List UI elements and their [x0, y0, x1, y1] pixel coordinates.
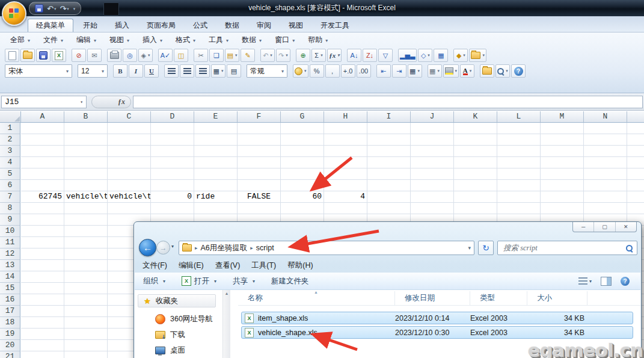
increase-decimal-button[interactable]: +.0 [341, 64, 355, 78]
cell-C7[interactable]: vehicle\t [108, 191, 150, 202]
borders-button[interactable]: ▦ [428, 64, 442, 78]
search-box[interactable] [497, 241, 637, 255]
autosum-button[interactable]: Σ [311, 49, 326, 62]
cell-H7[interactable]: 4 [324, 191, 367, 202]
merge-center-button[interactable]: ▦ [211, 64, 225, 78]
row-header[interactable]: 11 [0, 237, 20, 248]
underline-button[interactable]: U [144, 64, 159, 78]
spell-check-button[interactable]: A✓ [158, 49, 173, 62]
cell-B7[interactable]: vehicle\t [64, 191, 107, 202]
bold-button[interactable]: B [113, 64, 127, 78]
ribbon-tab[interactable]: 开始 [75, 19, 105, 32]
minimize-button[interactable]: ─ [573, 222, 594, 232]
classic-menu[interactable]: 编辑 [71, 34, 102, 46]
undo-toolbar-button[interactable]: ↶ [260, 49, 275, 62]
open-button[interactable] [20, 49, 35, 62]
column-header[interactable]: E [194, 111, 238, 122]
file-row-item-shape[interactable]: item_shape.xls 2023/12/10 0:14 Excel 200… [241, 312, 633, 324]
cell-G7[interactable]: 60 [281, 191, 324, 202]
explorer-help-icon[interactable] [621, 277, 630, 286]
column-header[interactable]: A [21, 111, 64, 122]
ribbon-tab[interactable]: 审阅 [249, 19, 279, 32]
save-button[interactable] [36, 49, 51, 62]
redo-icon[interactable]: ↷▾ [60, 5, 69, 13]
row-header[interactable]: 10 [0, 226, 20, 237]
file-row-vehicle-shape[interactable]: vehicle_shape.xls 2023/12/10 0:30 Excel … [241, 326, 633, 339]
italic-button[interactable]: I [129, 64, 143, 78]
classic-menu[interactable]: 窗口 [269, 34, 300, 46]
sidebar-item-desktop[interactable]: 桌面 [155, 344, 185, 357]
filter-button[interactable]: ▽ [378, 49, 393, 62]
name-box[interactable]: J15 ▾ [1, 96, 87, 108]
row-header[interactable]: 5 [0, 168, 20, 180]
explorer-menu[interactable]: 帮助(H) [287, 261, 313, 271]
ribbon-tab[interactable]: 公式 [185, 19, 215, 32]
breadcrumb-current[interactable]: script [256, 244, 274, 252]
search-input[interactable] [502, 243, 622, 253]
classic-menu[interactable]: 文件 [38, 34, 69, 46]
explorer-menu[interactable]: 编辑(E) [179, 261, 204, 271]
new-folder-button[interactable]: 新建文件夹 [271, 276, 309, 286]
row-header[interactable]: 19 [0, 329, 20, 340]
wrap-text-button[interactable]: ▤ [227, 64, 241, 78]
number-format-select[interactable]: 常规 [247, 64, 287, 78]
column-header[interactable]: B [64, 111, 108, 122]
print-preview-button[interactable]: ◎ [123, 49, 137, 62]
excel-export-button[interactable] [52, 49, 66, 62]
classic-menu[interactable]: 工具 [203, 34, 234, 46]
chart-button[interactable]: ▂▅▃ [398, 49, 417, 62]
organize-button[interactable]: 组织 [143, 276, 165, 286]
classic-menu[interactable]: 帮助 [302, 34, 333, 46]
row-header[interactable]: 18 [0, 317, 20, 329]
forward-button[interactable]: → [156, 241, 170, 255]
scroll-up-icon[interactable]: ▲ [225, 291, 229, 358]
comma-style-button[interactable]: , [325, 64, 340, 78]
search-icon[interactable] [626, 245, 633, 252]
column-header[interactable]: G [281, 111, 324, 122]
classic-menu[interactable]: 数据 [236, 34, 267, 46]
ribbon-tab[interactable]: 页面布局 [139, 19, 183, 32]
header-type[interactable]: 类型 [470, 291, 527, 305]
explorer-menu[interactable]: 工具(T) [251, 261, 276, 271]
increase-indent-button[interactable]: ⇥ [392, 64, 406, 78]
research-button[interactable]: ◫ [174, 49, 188, 62]
column-header[interactable]: J [411, 111, 454, 122]
row-header[interactable]: 7 [0, 191, 20, 203]
currency-button[interactable] [293, 64, 308, 78]
sidebar-item-360nav[interactable]: 360网址导航 [155, 312, 213, 326]
share-button[interactable]: 共享 [233, 276, 255, 286]
comment-button[interactable]: ◆ [453, 49, 468, 62]
recent-pages-dropdown-icon[interactable]: ▾ [171, 244, 174, 249]
column-header[interactable]: M [541, 111, 584, 122]
header-size[interactable]: 大小 [527, 291, 587, 305]
shapes-button[interactable]: ◇ [418, 49, 432, 62]
help-button[interactable] [511, 64, 526, 78]
print-button[interactable] [107, 49, 121, 62]
back-button[interactable]: ← [139, 239, 156, 256]
align-left-button[interactable] [164, 64, 179, 78]
crumb-separator-icon[interactable]: ▸ [250, 245, 253, 251]
row-header[interactable]: 14 [0, 271, 20, 283]
ribbon-tab[interactable]: 数据 [217, 19, 247, 32]
classic-menu[interactable]: 格式 [170, 34, 201, 46]
column-header[interactable]: D [151, 111, 194, 122]
address-dropdown-icon[interactable]: ▾ [468, 245, 471, 251]
change-view-button[interactable]: ▾ [578, 277, 592, 285]
percent-button[interactable]: % [310, 64, 324, 78]
cell-F7[interactable]: FALSE [238, 191, 280, 202]
breadcrumb-folder[interactable]: A6用坐骑提取 [201, 243, 248, 253]
font-color-button[interactable]: A [460, 64, 474, 78]
save-icon[interactable] [35, 4, 43, 13]
insert-function-button[interactable]: ƒx [327, 49, 342, 62]
customize-qat-icon[interactable]: ▾ [73, 7, 76, 11]
column-header[interactable]: C [108, 111, 151, 122]
select-all-corner[interactable] [0, 111, 21, 122]
redo-toolbar-button[interactable]: ↷ [276, 49, 290, 62]
sidebar-favorites[interactable]: ★ 收藏夹 [138, 294, 216, 307]
decrease-decimal-button[interactable]: .00 [357, 64, 371, 78]
sidebar-scrollbar[interactable]: ▲ [222, 290, 230, 358]
cut-button[interactable]: ✂ [194, 49, 208, 62]
font-name-select[interactable]: 宋体 [5, 64, 72, 78]
row-header[interactable]: 16 [0, 294, 20, 306]
zoom-button[interactable] [495, 64, 510, 78]
